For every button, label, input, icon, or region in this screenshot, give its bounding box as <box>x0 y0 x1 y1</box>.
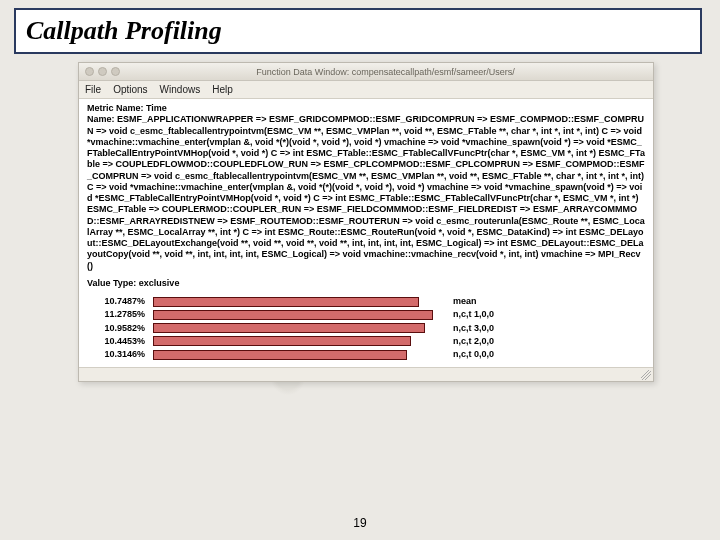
bar-percent: 10.4453% <box>87 335 149 348</box>
bar-row[interactable]: 10.7487%mean <box>87 295 645 308</box>
bar-track <box>149 335 449 348</box>
slide-title: Callpath Profiling <box>14 8 702 54</box>
bar-track <box>149 348 449 361</box>
bar-fill <box>153 350 407 360</box>
menu-windows[interactable]: Windows <box>160 84 201 95</box>
bar-track <box>149 295 449 308</box>
app-window: Function Data Window: compensatecallpath… <box>78 62 654 382</box>
bar-fill <box>153 297 419 307</box>
bar-fill <box>153 310 433 320</box>
status-bar <box>79 367 653 381</box>
callpath-block: Name: ESMF_APPLICATIONWRAPPER => ESMF_GR… <box>87 114 645 272</box>
bar-fill <box>153 336 411 346</box>
window-title: Function Data Window: compensatecallpath… <box>124 67 647 77</box>
resize-grip-icon[interactable] <box>641 370 651 380</box>
bar-row[interactable]: 11.2785%n,c,t 1,0,0 <box>87 308 645 321</box>
bar-label: n,c,t 0,0,0 <box>449 348 645 361</box>
callpath-text: ESMF_APPLICATIONWRAPPER => ESMF_GRIDCOMP… <box>87 114 645 270</box>
bar-label: n,c,t 1,0,0 <box>449 308 645 321</box>
bar-track <box>149 308 449 321</box>
menu-options[interactable]: Options <box>113 84 147 95</box>
bar-row[interactable]: 10.3146%n,c,t 0,0,0 <box>87 348 645 361</box>
page-number: 19 <box>0 516 720 530</box>
bar-label: n,c,t 3,0,0 <box>449 322 645 335</box>
minimize-icon[interactable] <box>98 67 107 76</box>
bar-percent: 10.7487% <box>87 295 149 308</box>
menu-help[interactable]: Help <box>212 84 233 95</box>
bar-label: n,c,t 2,0,0 <box>449 335 645 348</box>
bar-label: mean <box>449 295 645 308</box>
zoom-icon[interactable] <box>111 67 120 76</box>
value-type-label: Value Type: exclusive <box>87 278 645 289</box>
menubar: File Options Windows Help <box>79 81 653 99</box>
close-icon[interactable] <box>85 67 94 76</box>
metric-name-label: Metric Name: Time <box>87 103 645 114</box>
content-pane: Metric Name: Time Name: ESMF_APPLICATION… <box>79 99 653 367</box>
bar-chart: 10.7487%mean11.2785%n,c,t 1,0,010.9582%n… <box>87 295 645 361</box>
bar-fill <box>153 323 425 333</box>
name-label: Name: <box>87 114 115 124</box>
menu-file[interactable]: File <box>85 84 101 95</box>
bar-track <box>149 322 449 335</box>
window-titlebar[interactable]: Function Data Window: compensatecallpath… <box>79 63 653 81</box>
bar-percent: 10.3146% <box>87 348 149 361</box>
bar-percent: 10.9582% <box>87 322 149 335</box>
bar-percent: 11.2785% <box>87 308 149 321</box>
bar-row[interactable]: 10.9582%n,c,t 3,0,0 <box>87 322 645 335</box>
bar-row[interactable]: 10.4453%n,c,t 2,0,0 <box>87 335 645 348</box>
